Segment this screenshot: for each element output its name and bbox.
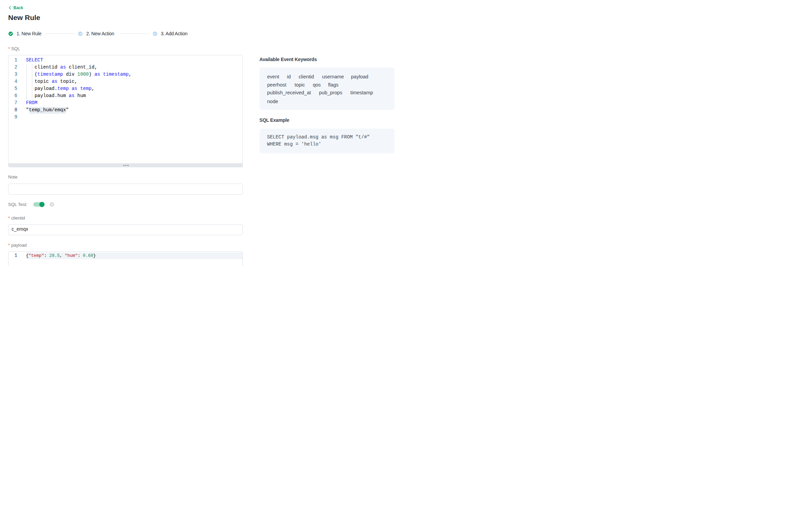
svg-text:?: ? (51, 203, 52, 206)
